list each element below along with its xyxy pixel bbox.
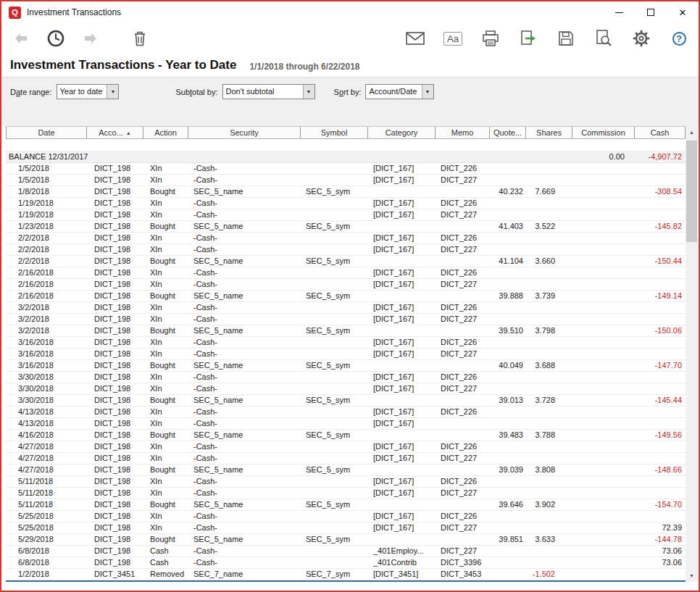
table-row[interactable]: 1/5/2018DICT_198XIn-Cash-[DICT_167]DICT_… [6, 163, 686, 175]
column-header-account[interactable]: Acco...▲ [87, 127, 143, 138]
cell-account: DICT_198 [87, 209, 143, 220]
close-button[interactable]: ✕ [667, 1, 699, 23]
cell-quote: 40.232 [490, 186, 526, 197]
chevron-down-icon[interactable]: ▼ [303, 85, 314, 99]
table-row[interactable]: 5/29/2018DICT_198BoughtSEC_5_nameSEC_5_s… [6, 534, 686, 546]
cell-security: SEC_5_name [188, 325, 301, 336]
table-row[interactable]: 4/27/2018DICT_198XIn-Cash-[DICT_167]DICT… [6, 453, 686, 464]
font-button[interactable]: Aa [443, 29, 462, 48]
subtotal-select[interactable]: Don't subtotal ▼ [222, 84, 315, 99]
cell-action: XIn [143, 522, 188, 533]
print-preview-button[interactable] [594, 29, 613, 48]
back-button[interactable] [12, 29, 30, 48]
column-header-action[interactable]: Action [143, 127, 188, 138]
save-button[interactable] [557, 29, 575, 48]
forward-button[interactable] [81, 29, 100, 48]
settings-button[interactable] [632, 29, 651, 48]
minimize-button[interactable] [603, 1, 635, 23]
email-button[interactable] [406, 29, 425, 48]
table-row[interactable]: 3/2/2018DICT_198BoughtSEC_5_nameSEC_5_sy… [6, 325, 686, 337]
table-row[interactable]: 1/19/2018DICT_198XIn-Cash-[DICT_167]DICT… [6, 198, 686, 209]
maximize-button[interactable] [635, 1, 667, 23]
table-row[interactable]: 5/25/2018DICT_198XIn-Cash-[DICT_167]DICT… [6, 511, 686, 522]
table-row[interactable]: 4/16/2018DICT_198BoughtSEC_5_nameSEC_5_s… [6, 430, 686, 441]
scrollbar-thumb[interactable] [686, 141, 697, 242]
cell-security: -Cash- [188, 209, 301, 220]
cell-symbol: SEC_5_sym [301, 395, 368, 406]
date-range-select[interactable]: Year to date ▼ [57, 84, 120, 99]
cell-cash [635, 233, 686, 243]
cell-category: [DICT_167] [368, 175, 436, 185]
table-row[interactable]: 3/2/2018DICT_198XIn-Cash-[DICT_167]DICT_… [6, 314, 686, 325]
vertical-scrollbar[interactable]: ▲ ▼ [686, 126, 698, 582]
table-row[interactable]: 1/5/2018DICT_198XIn-Cash-[DICT_167]DICT_… [6, 175, 686, 186]
column-header-label: Action [154, 128, 177, 137]
table-row[interactable]: 2/2/2018DICT_198XIn-Cash-[DICT_167]DICT_… [6, 233, 686, 244]
column-header-commission[interactable]: Commission [572, 127, 635, 138]
table-row[interactable]: 1/2/2018DICT_3451RemovedSEC_7_nameSEC_7_… [6, 569, 686, 580]
history-button[interactable] [46, 29, 65, 48]
table-row[interactable]: 4/13/2018DICT_198XIn-Cash-[DICT_167]DICT… [6, 407, 686, 418]
print-button[interactable] [481, 29, 500, 48]
table-row[interactable]: 3/2/2018DICT_198XIn-Cash-[DICT_167]DICT_… [6, 302, 686, 314]
table-row[interactable]: 2/16/2018DICT_198BoughtSEC_5_nameSEC_5_s… [6, 291, 686, 302]
column-header-quote[interactable]: Quote... [490, 127, 526, 138]
cell-action: Bought [143, 221, 188, 232]
sort-select[interactable]: Account/Date ▼ [365, 84, 433, 99]
table-row[interactable]: 5/25/2018DICT_198XIn-Cash-[DICT_167]DICT… [6, 522, 686, 534]
table-row[interactable]: 3/16/2018DICT_198XIn-Cash-[DICT_167]DICT… [6, 337, 686, 349]
table-row[interactable]: 3/30/2018DICT_198XIn-Cash-[DICT_167]DICT… [6, 372, 686, 383]
cell-category: [DICT_167] [368, 302, 436, 313]
cell-date: 4/13/2018 [6, 407, 87, 417]
balance-row[interactable]: BALANCE 12/31/2017 0.00 -4,907.72 [6, 151, 686, 163]
table-row[interactable]: 5/11/2018DICT_198BoughtSEC_5_nameSEC_5_s… [6, 499, 686, 511]
table-row[interactable]: 2/2/2018DICT_198BoughtSEC_5_nameSEC_5_sy… [6, 256, 686, 267]
table-row[interactable]: 2/16/2018DICT_198XIn-Cash-[DICT_167]DICT… [6, 279, 686, 291]
cell-cash: 72.39 [635, 522, 686, 533]
column-header-label: Acco... [99, 128, 123, 137]
table-row[interactable]: 6/8/2018DICT_198Cash-Cash-_401ContribDIC… [6, 557, 686, 569]
table-row[interactable]: 2/2/2018DICT_198XIn-Cash-[DICT_167]DICT_… [6, 244, 686, 256]
table-row[interactable]: 4/27/2018DICT_198BoughtSEC_5_nameSEC_5_s… [6, 464, 686, 476]
cell-commission [572, 360, 635, 371]
chevron-down-icon[interactable]: ▼ [107, 85, 118, 99]
scroll-up-icon[interactable]: ▲ [686, 126, 698, 138]
export-button[interactable] [519, 29, 538, 48]
table-row[interactable]: 3/16/2018DICT_198BoughtSEC_5_nameSEC_5_s… [6, 360, 686, 372]
column-header-memo[interactable]: Memo [436, 127, 490, 138]
cell-shares: 3.728 [526, 395, 572, 406]
cell-security: SEC_5_name [188, 534, 301, 545]
table-row[interactable]: 6/8/2018DICT_198Cash-Cash-_401Employ...D… [6, 546, 686, 557]
table-row[interactable]: 1/19/2018DICT_198XIn-Cash-[DICT_167]DICT… [6, 209, 686, 221]
cell-category [368, 395, 436, 406]
table-row[interactable]: 4/27/2018DICT_198XIn-Cash-[DICT_167]DICT… [6, 441, 686, 453]
column-header-cash[interactable]: Cash [635, 127, 686, 138]
chevron-down-icon[interactable]: ▼ [422, 85, 433, 99]
cell-commission [572, 430, 635, 441]
table-row[interactable]: 1/23/2018DICT_198BoughtSEC_5_nameSEC_5_s… [6, 221, 686, 233]
table-row[interactable]: 2/16/2018DICT_198XIn-Cash-[DICT_167]DICT… [6, 267, 686, 279]
cell-shares: -1.502 [526, 569, 572, 580]
cell-date: 1/2/2018 [6, 569, 87, 580]
cell-account: DICT_198 [87, 267, 143, 278]
delete-button[interactable] [130, 29, 149, 48]
table-row[interactable]: 4/13/2018DICT_198XIn-Cash-[DICT_167] [6, 418, 686, 430]
cell-category [368, 360, 436, 371]
table-row[interactable]: 3/16/2018DICT_198XIn-Cash-[DICT_167]DICT… [6, 349, 686, 360]
column-header-shares[interactable]: Shares [526, 127, 572, 138]
table-row[interactable]: 3/30/2018DICT_198BoughtSEC_5_nameSEC_5_s… [6, 395, 686, 407]
table-row[interactable]: 3/30/2018DICT_198XIn-Cash-[DICT_167]DICT… [6, 383, 686, 395]
column-header-symbol[interactable]: Symbol [301, 127, 368, 138]
scroll-down-icon[interactable]: ▼ [686, 570, 698, 582]
column-header-security[interactable]: Security [188, 127, 301, 138]
column-header-category[interactable]: Category [368, 127, 436, 138]
table-row[interactable]: 1/8/2018DICT_198BoughtSEC_5_nameSEC_5_sy… [6, 186, 686, 198]
column-header-date[interactable]: Date [6, 127, 87, 138]
cell-shares [526, 175, 572, 185]
cell-shares [526, 279, 572, 290]
cell-cash [635, 511, 686, 522]
help-button[interactable]: ? [670, 29, 688, 48]
table-row[interactable]: 5/11/2018DICT_198XIn-Cash-[DICT_167]DICT… [6, 488, 686, 499]
cell-cash [635, 476, 686, 487]
table-row[interactable]: 5/11/2018DICT_198XIn-Cash-[DICT_167]DICT… [6, 476, 686, 488]
